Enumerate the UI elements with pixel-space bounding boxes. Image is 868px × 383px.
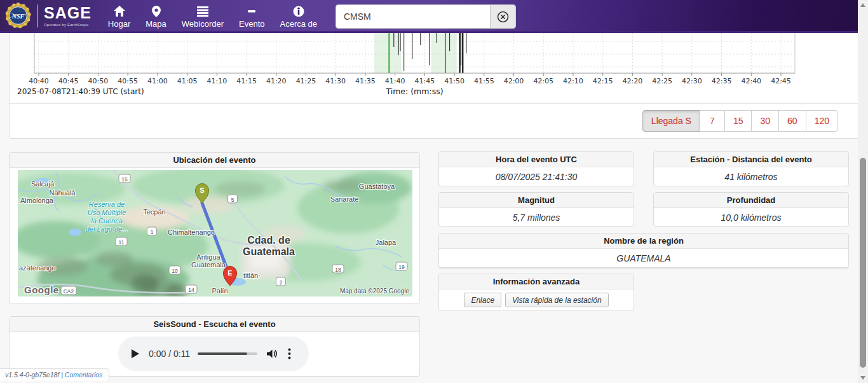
- route-shield: 5: [228, 195, 238, 203]
- nav-label: Evento: [239, 19, 264, 29]
- svg-text:10: 10: [172, 268, 178, 274]
- map-label: Cdad. de: [247, 235, 290, 246]
- region-value: GUATEMALA: [439, 249, 848, 267]
- kebab-menu-icon: [288, 348, 291, 359]
- svg-text:41:30: 41:30: [325, 77, 346, 85]
- map-label: Sanarate: [330, 195, 359, 203]
- svg-text:S: S: [200, 186, 204, 194]
- route-shield: 18: [332, 265, 344, 273]
- duration-button-llegada-s[interactable]: Llegada S: [642, 110, 700, 132]
- route-shield: 10: [169, 266, 180, 274]
- svg-text:19: 19: [398, 264, 405, 270]
- svg-text:40:50: 40:50: [88, 77, 109, 85]
- link-button[interactable]: Enlace: [464, 293, 501, 307]
- depth-value: 10,0 kilómetros: [654, 208, 848, 226]
- svg-text:42:45: 42:45: [771, 77, 791, 85]
- region-title: Nombre de la región: [439, 233, 848, 249]
- svg-text:NSF: NSF: [11, 13, 25, 20]
- nav-menu: Hogar Mapa Webicorder Evento: [100, 0, 325, 31]
- svg-text:41:10: 41:10: [207, 77, 227, 85]
- svg-text:42:00: 42:00: [504, 77, 524, 85]
- map-label: del Lago de...: [86, 225, 128, 233]
- event-time-value: 08/07/2025 21:41:30: [439, 167, 634, 186]
- advanced-info-card: Información avanzada Enlace Vista rápida…: [438, 274, 634, 311]
- station-distance-value: 41 kilómetros: [654, 167, 848, 186]
- nav-item-mapa[interactable]: Mapa: [138, 4, 174, 30]
- scroll-down-arrow[interactable]: [858, 373, 868, 383]
- duration-button-7[interactable]: 7: [700, 110, 725, 132]
- svg-text:15: 15: [121, 176, 128, 183]
- list-icon: [196, 6, 209, 17]
- svg-text:42:25: 42:25: [652, 77, 672, 85]
- magnitude-value: 5,7 millones: [439, 208, 634, 226]
- duration-button-30[interactable]: 30: [751, 110, 779, 132]
- svg-text:41:15: 41:15: [236, 77, 257, 85]
- audio-menu-button[interactable]: [287, 347, 292, 361]
- duration-button-120[interactable]: 120: [806, 110, 838, 132]
- map-label: Almolonga: [20, 197, 54, 204]
- brand-divider: [37, 4, 37, 27]
- route-shield: 2: [276, 277, 286, 286]
- route-shield: 19: [396, 262, 407, 270]
- nav-item-evento[interactable]: Evento: [231, 4, 272, 30]
- nav-label: Mapa: [146, 19, 166, 29]
- magnitude-title: Magnitud: [439, 193, 634, 208]
- version-text: v1.5.4-0-gb75e18f: [5, 371, 59, 379]
- station-distance-title: Estación - Distancia del evento: [654, 152, 848, 167]
- svg-text:42:20: 42:20: [623, 77, 643, 85]
- circle-x-icon: [497, 11, 509, 23]
- map-label: Tecpán: [143, 208, 165, 216]
- nav-item-acerca-de[interactable]: Acerca de: [273, 4, 325, 30]
- map-label: azatenango: [19, 264, 56, 272]
- event-map[interactable]: 155111101421819CA2SalcajáNahualáAlmolong…: [18, 170, 412, 296]
- event-location-card: Ubicación del evento: [9, 152, 420, 304]
- google-logo: Google: [24, 284, 59, 295]
- scroll-up-arrow[interactable]: [858, 0, 868, 10]
- svg-text:42:10: 42:10: [563, 77, 583, 85]
- feedback-link[interactable]: Comentarios: [65, 371, 103, 379]
- duration-button-15[interactable]: 15: [724, 110, 752, 132]
- sage-event-page: NSF SAGE Operated by EarthScope Hogar Ma…: [0, 0, 868, 383]
- play-icon: [131, 349, 140, 359]
- dash-icon: [245, 6, 258, 17]
- station-search-input[interactable]: [336, 5, 490, 28]
- depth-card: Profundidad 10,0 kilómetros: [653, 192, 849, 226]
- map-label: la Cuenca: [91, 217, 123, 225]
- advanced-info-title: Información avanzada: [439, 274, 634, 289]
- home-icon: [113, 6, 126, 17]
- nav-item-webicorder[interactable]: Webicorder: [174, 4, 231, 30]
- station-quickview-button[interactable]: Vista rápida de la estación: [505, 293, 609, 307]
- duration-button-60[interactable]: 60: [778, 110, 806, 132]
- station-search: [336, 4, 516, 29]
- volume-button[interactable]: [265, 347, 279, 360]
- svg-text:41:20: 41:20: [266, 77, 287, 85]
- svg-text:40:55: 40:55: [118, 77, 138, 85]
- svg-text:Time: (mm:ss): Time: (mm:ss): [385, 87, 443, 96]
- nav-label: Hogar: [108, 19, 130, 29]
- map-attribution: Map data ©2025 Google: [340, 288, 410, 295]
- nav-label: Webicorder: [182, 19, 224, 29]
- svg-text:18: 18: [335, 267, 341, 273]
- seismogram-chart: 40:4040:4540:5040:5541:0041:0541:1041:15…: [10, 33, 858, 103]
- play-button[interactable]: [130, 347, 141, 360]
- search-clear-button[interactable]: [490, 5, 515, 28]
- event-location-title: Ubicación del evento: [10, 153, 419, 168]
- svg-text:41:35: 41:35: [355, 77, 376, 85]
- svg-text:41:00: 41:00: [147, 77, 168, 85]
- audio-timeline[interactable]: [198, 352, 257, 355]
- svg-text:CA2: CA2: [64, 288, 74, 295]
- svg-text:41:55: 41:55: [474, 77, 494, 85]
- svg-text:41:45: 41:45: [415, 77, 435, 85]
- footer-separator: |: [61, 371, 63, 379]
- route-shield: 15: [119, 174, 130, 183]
- nav-item-hogar[interactable]: Hogar: [100, 4, 138, 30]
- map-label: Reserva de: [89, 200, 125, 208]
- scrollbar-thumb[interactable]: [860, 158, 866, 368]
- svg-text:41:40: 41:40: [385, 77, 405, 85]
- svg-text:42:35: 42:35: [712, 77, 732, 85]
- brand[interactable]: NSF SAGE Operated by EarthScope: [0, 0, 92, 31]
- station-distance-card: Estación - Distancia del evento 41 kilóm…: [653, 151, 849, 186]
- volume-icon: [266, 349, 278, 359]
- audio-time: 0:00 / 0:11: [149, 349, 190, 359]
- svg-text:41:50: 41:50: [444, 77, 465, 85]
